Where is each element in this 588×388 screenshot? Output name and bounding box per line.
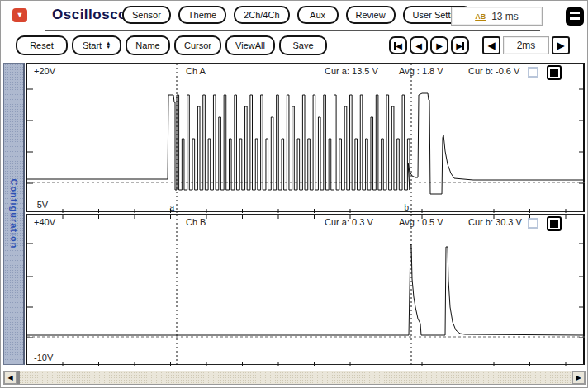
aux-button[interactable]: Aux bbox=[297, 6, 339, 24]
timebase-increase-button[interactable]: ▶ bbox=[552, 36, 570, 54]
scrollbar-thumb[interactable] bbox=[17, 371, 20, 384]
configuration-label: Configuration bbox=[9, 178, 19, 248]
channel-b-panel: +40V Ch B Cur a: 0.3 V Avg : 0.5 V Cur b… bbox=[26, 214, 585, 365]
scroll-left-icon[interactable]: ◀ bbox=[4, 371, 17, 384]
cursor-ab-icon: AB bbox=[475, 12, 486, 21]
titlebar-divider-horizontal bbox=[45, 30, 540, 31]
step-back-button[interactable]: ◀ bbox=[410, 36, 428, 54]
oscilloscope-window: ▼ Oscilloscope Sensor Theme 2Ch/4Ch Aux … bbox=[0, 0, 588, 388]
timebase-group: ◀ 2ms ▶ bbox=[482, 36, 570, 54]
cursor-delta-time-display: AB 13 ms bbox=[451, 7, 543, 26]
title-bar: ▼ Oscilloscope Sensor Theme 2Ch/4Ch Aux … bbox=[1, 1, 588, 32]
channel-a-plot[interactable]: ab bbox=[27, 64, 585, 213]
channel-a-cursor-a-readout: Cur a: 13.5 V bbox=[325, 66, 378, 76]
channel-a-panel: ab +20V Ch A Cur a: 13.5 V Avg : 1.8 V C… bbox=[26, 63, 585, 212]
channel-a-cursor-b-readout: Cur b: -0.6 V bbox=[468, 66, 519, 76]
channel-b-name: Ch B bbox=[186, 217, 206, 227]
transport-group: ◀ ◀ ▶ ▶ bbox=[389, 36, 469, 54]
channel-b-plot[interactable] bbox=[27, 215, 585, 366]
channel-a-avg-readout: Avg : 1.8 V bbox=[399, 66, 443, 76]
skip-to-end-button[interactable]: ▶ bbox=[451, 36, 469, 54]
channel-a-vmin-label: -5V bbox=[34, 200, 48, 210]
delta-time-value: 13 ms bbox=[491, 11, 519, 22]
svg-text:b: b bbox=[404, 203, 409, 212]
channel-a-name: Ch A bbox=[186, 66, 206, 76]
top-toolbar: Sensor Theme 2Ch/4Ch Aux Review User Set… bbox=[122, 6, 472, 24]
timebase-value-field[interactable]: 2ms bbox=[503, 36, 549, 54]
right-triangle-icon: ▶ bbox=[436, 41, 443, 50]
viewall-button[interactable]: ViewAll bbox=[225, 35, 275, 55]
channel-b-vmin-label: -10V bbox=[34, 353, 53, 362]
main-buttons-group: Reset Start ▲▼ Name Cursor ViewAll Save bbox=[16, 35, 327, 55]
reset-button[interactable]: Reset bbox=[16, 35, 68, 55]
channel-b-cursor-b-readout: Cur b: 30.3 V bbox=[468, 217, 522, 227]
channel-b-cursor-a-readout: Cur a: 0.3 V bbox=[325, 217, 373, 227]
titlebar-divider-vertical bbox=[45, 7, 45, 30]
channel-a-color-swatch[interactable] bbox=[547, 65, 562, 80]
save-button[interactable]: Save bbox=[279, 35, 327, 55]
channel-a-vmax-label: +20V bbox=[34, 66, 55, 76]
channel-b-color-swatch[interactable] bbox=[547, 216, 562, 231]
cursor-button[interactable]: Cursor bbox=[174, 35, 221, 55]
channel-mode-button[interactable]: 2Ch/4Ch bbox=[234, 6, 289, 24]
control-toolbar: Reset Start ▲▼ Name Cursor ViewAll Save … bbox=[1, 34, 588, 60]
stepper-arrows-icon: ▲▼ bbox=[106, 41, 111, 50]
prev-triangle-icon: ◀ bbox=[396, 41, 402, 50]
bar-icon bbox=[462, 42, 464, 50]
timebase-decrease-button[interactable]: ◀ bbox=[482, 36, 500, 54]
left-triangle-icon: ◀ bbox=[415, 41, 422, 50]
sensor-button[interactable]: Sensor bbox=[122, 6, 171, 24]
start-stepper[interactable]: Start ▲▼ bbox=[72, 35, 121, 55]
menu-icon[interactable] bbox=[566, 7, 584, 26]
channel-a-visibility-checkbox[interactable] bbox=[528, 67, 538, 78]
app-icon[interactable]: ▼ bbox=[12, 8, 27, 22]
name-button[interactable]: Name bbox=[126, 35, 170, 55]
channel-b-avg-readout: Avg : 0.5 V bbox=[399, 217, 443, 227]
theme-button[interactable]: Theme bbox=[178, 6, 226, 24]
channel-b-visibility-checkbox[interactable] bbox=[528, 218, 538, 229]
configuration-sidebar-tab[interactable]: Configuration bbox=[3, 63, 25, 365]
skip-to-start-button[interactable]: ◀ bbox=[389, 36, 407, 54]
step-forward-button[interactable]: ▶ bbox=[430, 36, 448, 54]
channel-b-vmax-label: +40V bbox=[34, 217, 55, 227]
start-label: Start bbox=[83, 37, 102, 54]
horizontal-scrollbar[interactable]: ◀ ▶ bbox=[3, 371, 586, 385]
svg-text:a: a bbox=[169, 203, 174, 212]
review-button[interactable]: Review bbox=[346, 6, 396, 24]
scroll-right-icon[interactable]: ▶ bbox=[572, 371, 585, 384]
next-triangle-icon: ▶ bbox=[456, 41, 462, 50]
